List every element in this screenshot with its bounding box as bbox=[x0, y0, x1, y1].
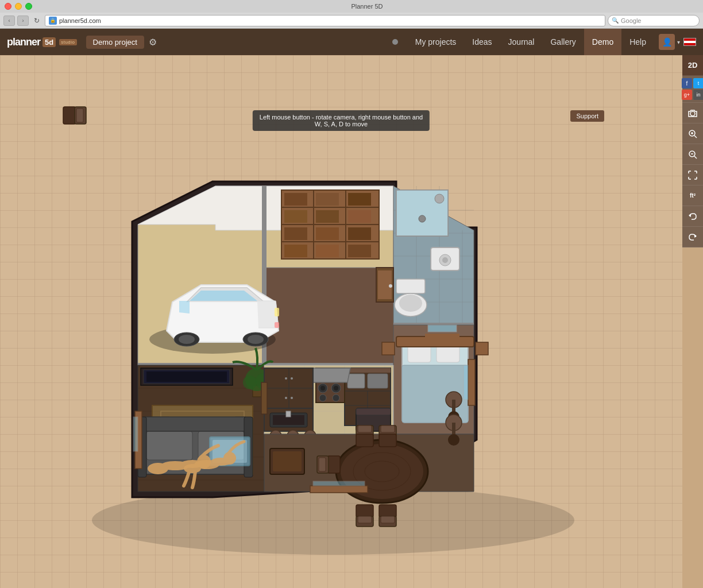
address-bar[interactable]: 🔒 planner5d.com bbox=[45, 15, 605, 26]
address-text: planner5d.com bbox=[59, 17, 101, 24]
svg-rect-60 bbox=[425, 334, 459, 338]
svg-rect-26 bbox=[284, 227, 307, 240]
zoom-in-icon bbox=[687, 129, 698, 139]
svg-marker-110 bbox=[310, 368, 350, 382]
nav-my-projects[interactable]: My projects bbox=[407, 29, 465, 55]
svg-rect-166 bbox=[310, 486, 368, 493]
svg-rect-129 bbox=[286, 411, 291, 417]
project-name[interactable]: Demo project bbox=[86, 36, 144, 49]
svg-point-50 bbox=[399, 295, 422, 312]
svg-rect-12 bbox=[275, 308, 279, 316]
redo-button[interactable] bbox=[682, 227, 703, 247]
zoom-out-button[interactable] bbox=[682, 144, 703, 165]
svg-rect-28 bbox=[348, 227, 371, 240]
main-canvas[interactable]: Left mouse button - rotate camera, right… bbox=[0, 55, 682, 588]
svg-rect-150 bbox=[327, 456, 340, 473]
svg-point-172 bbox=[690, 111, 695, 116]
logo-area: planner 5d studio bbox=[7, 36, 77, 48]
browser-toolbar: ‹ › ↻ 🔒 planner5d.com 🔍 Google bbox=[0, 13, 703, 29]
camera-icon bbox=[687, 108, 698, 118]
screenshot-button[interactable] bbox=[682, 103, 703, 123]
svg-rect-105 bbox=[368, 374, 388, 388]
googleplus-icon[interactable]: g+ bbox=[682, 90, 692, 100]
svg-rect-61 bbox=[428, 325, 457, 332]
fullscreen-button[interactable] bbox=[682, 165, 703, 185]
svg-rect-29 bbox=[284, 245, 307, 257]
svg-point-43 bbox=[435, 194, 444, 203]
svg-point-9 bbox=[179, 335, 195, 344]
maximize-btn[interactable] bbox=[25, 3, 32, 10]
svg-rect-23 bbox=[284, 210, 307, 223]
svg-rect-21 bbox=[316, 193, 339, 206]
close-btn[interactable] bbox=[5, 3, 11, 10]
svg-point-122 bbox=[285, 397, 287, 399]
svg-rect-58 bbox=[382, 342, 395, 355]
forward-button[interactable]: › bbox=[17, 16, 29, 26]
nav-help[interactable]: Help bbox=[621, 29, 654, 55]
settings-icon[interactable]: ⚙ bbox=[149, 37, 157, 48]
svg-rect-165 bbox=[463, 365, 468, 400]
svg-rect-149 bbox=[381, 516, 395, 523]
nav-ideas[interactable]: Ideas bbox=[464, 29, 500, 55]
back-button[interactable]: ‹ bbox=[3, 16, 15, 26]
svg-rect-13 bbox=[275, 322, 279, 328]
svg-point-92 bbox=[243, 376, 257, 389]
svg-rect-143 bbox=[379, 434, 396, 447]
svg-rect-167 bbox=[313, 481, 365, 486]
share-icon[interactable]: in bbox=[693, 90, 703, 100]
redo-icon bbox=[687, 232, 698, 242]
svg-rect-59 bbox=[476, 342, 488, 355]
svg-point-163 bbox=[448, 434, 459, 446]
right-toolbar: 2D f t g+ in bbox=[682, 55, 703, 247]
search-icon: 🔍 bbox=[612, 17, 619, 24]
svg-line-179 bbox=[694, 156, 697, 158]
user-menu[interactable]: 👤 ▾ bbox=[659, 34, 680, 50]
nav-journal[interactable]: Journal bbox=[500, 29, 543, 55]
svg-rect-95 bbox=[133, 417, 138, 451]
logo-text: planner bbox=[7, 36, 40, 48]
svg-rect-20 bbox=[284, 193, 307, 206]
svg-rect-155 bbox=[76, 109, 83, 122]
svg-point-44 bbox=[419, 215, 426, 222]
language-flag[interactable] bbox=[683, 38, 696, 46]
svg-rect-147 bbox=[379, 505, 396, 517]
fullscreen-icon bbox=[687, 170, 698, 180]
svg-rect-54 bbox=[408, 345, 431, 362]
nav-demo[interactable]: Demo bbox=[584, 29, 621, 55]
svg-rect-164 bbox=[468, 359, 475, 405]
svg-rect-153 bbox=[63, 107, 76, 124]
minimize-btn[interactable] bbox=[15, 3, 22, 10]
floorplan-container[interactable] bbox=[34, 90, 609, 578]
svg-rect-27 bbox=[316, 227, 339, 240]
browser-title: Planner 5D bbox=[36, 3, 698, 10]
nav-gallery[interactable]: Gallery bbox=[542, 29, 584, 55]
2d-view-button[interactable]: 2D bbox=[682, 55, 703, 76]
refresh-button[interactable]: ↻ bbox=[31, 16, 43, 26]
svg-marker-181 bbox=[694, 234, 697, 238]
svg-line-176 bbox=[694, 136, 697, 138]
svg-rect-157 bbox=[273, 451, 302, 471]
support-button[interactable]: Support bbox=[570, 110, 604, 122]
facebook-icon[interactable]: f bbox=[682, 78, 692, 88]
svg-point-112 bbox=[320, 386, 325, 390]
zoom-out-icon bbox=[687, 149, 698, 160]
zoom-in-button[interactable] bbox=[682, 123, 703, 144]
svg-point-123 bbox=[291, 397, 293, 399]
svg-rect-146 bbox=[358, 516, 372, 523]
svg-rect-25 bbox=[348, 210, 371, 223]
svg-rect-140 bbox=[356, 434, 373, 447]
svg-rect-77 bbox=[144, 417, 247, 431]
undo-button[interactable] bbox=[682, 206, 703, 227]
social-share-button[interactable]: f t g+ in bbox=[682, 76, 703, 103]
svg-point-47 bbox=[442, 257, 448, 263]
logo-5d: 5d bbox=[43, 37, 56, 47]
undo-icon bbox=[687, 211, 698, 222]
svg-rect-70 bbox=[146, 372, 227, 382]
search-placeholder: Google bbox=[621, 17, 641, 24]
user-avatar: 👤 bbox=[659, 34, 675, 50]
units-button[interactable]: ft² bbox=[682, 185, 703, 206]
svg-point-115 bbox=[319, 394, 326, 401]
twitter-icon[interactable]: t bbox=[693, 78, 703, 88]
svg-point-120 bbox=[285, 377, 287, 380]
search-bar[interactable]: 🔍 Google bbox=[608, 15, 700, 26]
